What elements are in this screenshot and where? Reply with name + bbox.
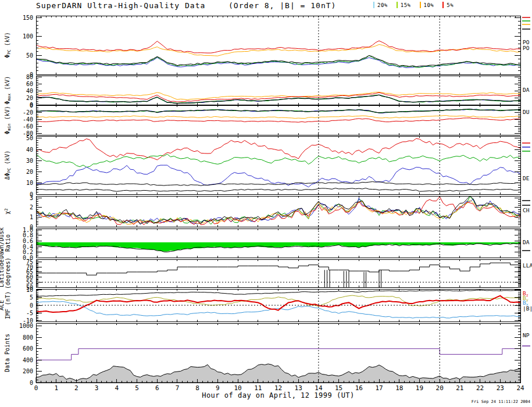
panel-pc-potential: 050100150ΦPC (kV)POPO bbox=[4, 15, 530, 78]
y-tick-label: 0 bbox=[30, 302, 33, 309]
y-tick-label: -20 bbox=[23, 109, 33, 116]
chi-squared-series-black bbox=[36, 196, 520, 224]
y-axis-label: Latitude bbox=[0, 259, 5, 287]
y-axis-label: ΦPC (kV) bbox=[4, 32, 12, 58]
pc-potential-series-green bbox=[36, 56, 520, 67]
chart-area: 050100150ΦPC (kV)POPO020406080Φmax (kV)D… bbox=[0, 0, 532, 407]
legend-item: 20% bbox=[373, 2, 388, 8]
chi-squared-series-blue bbox=[36, 198, 520, 224]
y-tick-label: 1000 bbox=[19, 323, 33, 329]
y-tick-label: 1 bbox=[30, 214, 33, 220]
timestamp: Fri Sep 24 11:11:22 2004 bbox=[472, 399, 530, 404]
dusk-potential-series-orange bbox=[36, 116, 520, 119]
y-tick-label: 200 bbox=[23, 368, 33, 374]
y-tick-label: 30 bbox=[26, 158, 33, 164]
pc-potential-series-red bbox=[36, 41, 520, 53]
y-tick-label: 10 bbox=[26, 287, 33, 293]
threshold-legend: 20%15%10%5% bbox=[373, 2, 454, 8]
y-axis-label: Dawn/Dusk bbox=[0, 227, 5, 259]
delta-potential-series-black-lower bbox=[36, 188, 520, 192]
legend-item: 10% bbox=[420, 2, 434, 8]
right-panel-label: NP bbox=[523, 332, 530, 338]
y-tick-label: 100 bbox=[23, 33, 33, 40]
y-axis-label: Φmin (kV) bbox=[4, 106, 12, 134]
legend-swatch-icon bbox=[420, 2, 421, 8]
dawn-dusk-ratio-series-ratio-fill bbox=[36, 242, 520, 252]
y-axis-label: Φmax (kV) bbox=[4, 76, 12, 105]
legend-item: 15% bbox=[397, 2, 411, 8]
y-tick-label: -60 bbox=[23, 123, 33, 130]
ace-imf-series-bz bbox=[36, 296, 520, 312]
panel-delta-potential: 01020304050ΔΦPC (kV)DE bbox=[4, 135, 530, 205]
legend-label: 10% bbox=[424, 2, 434, 8]
right-panel-label: DA bbox=[523, 239, 530, 245]
y-tick-label: 10 bbox=[26, 180, 33, 186]
right-panel-label: |B| bbox=[523, 305, 532, 312]
y-tick-label: 0 bbox=[30, 102, 33, 109]
y-tick-label: 1.0 bbox=[23, 227, 33, 233]
latitude-series-lat-line bbox=[36, 263, 520, 275]
page-title: SuperDARN Ultra-High-Quality Data bbox=[36, 1, 205, 10]
right-panel-label: DE bbox=[523, 175, 530, 181]
legend-swatch-icon bbox=[397, 2, 398, 8]
y-tick-label: 40 bbox=[26, 88, 33, 94]
y-tick-label: 800 bbox=[23, 334, 33, 341]
legend-item: 5% bbox=[442, 2, 454, 8]
panel-dawn-dusk-ratio: 0.00.20.40.60.81.0Dawn/DuskRatioDA bbox=[0, 227, 530, 261]
y-tick-label: 600 bbox=[23, 345, 33, 352]
right-panel-label: DA bbox=[523, 87, 530, 93]
page-subtitle: (Order 8, |B| = 10nT) bbox=[228, 1, 336, 10]
panel-ace-imf: -10-50510ACEIMF (nT)BzByBx|B| bbox=[0, 287, 532, 324]
y-axis-label: (degrees) bbox=[5, 258, 11, 289]
y-tick-label: 5 bbox=[30, 294, 33, 301]
y-tick-label: 20 bbox=[26, 95, 33, 101]
y-tick-label: 75 bbox=[26, 259, 33, 265]
y-tick-label: 2 bbox=[30, 204, 33, 210]
y-axis-label: ACE bbox=[0, 300, 5, 310]
chi-squared-series-green bbox=[36, 197, 520, 224]
y-tick-label: 80 bbox=[26, 74, 33, 80]
x-axis-title: Hour of day on April, 12 1999 (UT) bbox=[36, 391, 520, 399]
ace-imf-series-btotal bbox=[36, 290, 520, 296]
y-axis-label: Ratio bbox=[5, 234, 11, 252]
y-tick-label: 0 bbox=[30, 380, 33, 386]
y-tick-label: 3 bbox=[30, 195, 33, 201]
panel-latitude: 505560657075Latitude(degrees)LLA bbox=[0, 258, 532, 291]
y-axis-label: Data Points bbox=[4, 334, 10, 372]
right-panel-label: LLA bbox=[523, 262, 532, 269]
panel-chi-squared: 0123χ2CH bbox=[4, 195, 530, 230]
legend-label: 20% bbox=[377, 2, 388, 8]
y-tick-label: 0.2 bbox=[23, 249, 33, 255]
multipanel-chart-svg: 050100150ΦPC (kV)POPO020406080Φmax (kV)D… bbox=[0, 0, 532, 407]
y-tick-label: 400 bbox=[23, 357, 33, 363]
right-panel-label: PO bbox=[523, 45, 530, 51]
legend-swatch-icon bbox=[373, 2, 374, 8]
y-tick-label: 50 bbox=[26, 52, 33, 59]
legend-swatch-icon bbox=[442, 2, 444, 8]
y-tick-label: 0.4 bbox=[23, 244, 33, 250]
pc-potential-series-blue bbox=[36, 58, 520, 68]
panel-dawn-potential: 020406080Φmax (kV)DA bbox=[4, 74, 530, 108]
dusk-potential-series-red bbox=[36, 118, 520, 122]
right-panel-label: CH bbox=[523, 207, 530, 213]
chi-squared-series-red bbox=[36, 197, 520, 224]
delta-potential-series-red bbox=[36, 138, 520, 160]
y-tick-label: 20 bbox=[26, 169, 33, 175]
y-tick-label: 0.8 bbox=[23, 232, 33, 238]
panel-dusk-potential: -80-60-40-200Φmin (kV)DU bbox=[4, 102, 530, 137]
right-panel-label: DU bbox=[523, 109, 530, 115]
legend-label: 5% bbox=[447, 2, 454, 8]
y-axis-label: IMF (nT) bbox=[5, 291, 11, 319]
data-points-series-np-line bbox=[36, 349, 520, 363]
y-tick-label: 50 bbox=[26, 135, 33, 141]
legend-label: 15% bbox=[401, 2, 411, 8]
y-tick-label: 150 bbox=[23, 15, 33, 21]
y-tick-label: 40 bbox=[26, 147, 33, 153]
y-tick-label: -5 bbox=[26, 310, 33, 316]
y-tick-label: -40 bbox=[23, 116, 33, 123]
y-tick-label: 60 bbox=[26, 81, 33, 87]
panel-data-points: 02004006008001000Data PointsNP bbox=[4, 323, 530, 385]
y-axis-label: ΔΦPC (kV) bbox=[4, 151, 12, 180]
y-axis-label: χ2 bbox=[4, 208, 10, 214]
y-tick-label: 0.6 bbox=[23, 238, 33, 244]
